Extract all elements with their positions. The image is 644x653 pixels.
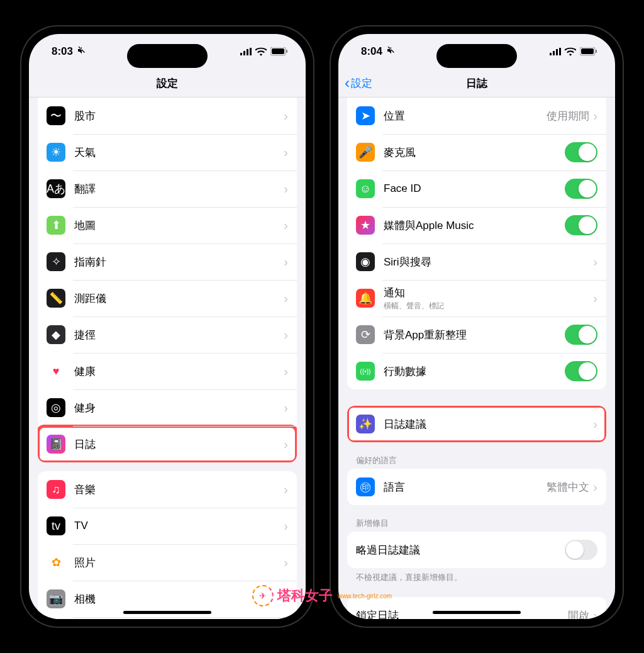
chevron-right-icon: ›	[284, 555, 288, 570]
row-notification-icon[interactable]: 🔔通知橫幅、聲音、標記›	[347, 280, 606, 316]
phone-right: 8:04 ‹ 設定 日誌 ➤位置使用期間›🎤麥克風☺︎Face ID★媒體與Ap…	[330, 25, 624, 628]
language-icon: ㊞	[356, 477, 375, 496]
watermark: ✈ 塔科女子 www.tech-girlz.com	[252, 585, 392, 606]
row-label: 位置	[384, 109, 547, 123]
wifi-icon	[255, 47, 267, 56]
row-mic-icon[interactable]: 🎤麥克風	[347, 134, 606, 170]
row-suggestions-icon[interactable]: ✨日誌建議›	[347, 406, 606, 442]
status-time: 8:03	[52, 45, 73, 58]
row-measure-icon[interactable]: 📏測距儀›	[38, 280, 297, 316]
section-header-language: 偏好的語言	[356, 455, 597, 466]
svg-rect-10	[559, 48, 561, 55]
row-photos-icon[interactable]: ✿照片›	[38, 544, 297, 581]
chevron-right-icon: ›	[593, 480, 597, 494]
row-maps-icon[interactable]: ⬆︎地圖›	[38, 207, 297, 243]
row-label: 通知	[384, 286, 593, 300]
row-label: 測距儀	[74, 291, 284, 306]
row-shortcuts-icon[interactable]: ◆捷徑›	[38, 316, 297, 353]
mute-icon	[386, 45, 396, 59]
home-indicator[interactable]	[123, 611, 211, 614]
chevron-left-icon: ‹	[345, 74, 350, 92]
chevron-right-icon: ›	[284, 145, 288, 160]
row-fitness-icon[interactable]: ◎健身›	[38, 389, 297, 426]
toggle[interactable]	[565, 361, 597, 381]
svg-rect-2	[247, 49, 248, 55]
svg-rect-13	[596, 50, 597, 53]
row-health-icon[interactable]: ♥健康›	[38, 353, 297, 389]
svg-rect-8	[553, 51, 555, 55]
maps-icon: ⬆︎	[47, 216, 65, 235]
screen-left: 8:03 設定 〜股市›☀︎天氣›Aあ翻譯›⬆︎地圖›✧指南針›📏測距儀›◆捷徑…	[29, 34, 306, 619]
photos-icon: ✿	[47, 553, 65, 572]
home-indicator[interactable]	[433, 611, 521, 614]
nav-bar: ‹ 設定 日誌	[338, 69, 615, 98]
settings-list[interactable]: 〜股市›☀︎天氣›Aあ翻譯›⬆︎地圖›✧指南針›📏測距儀›◆捷徑›♥健康›◎健身…	[29, 98, 306, 619]
toggle[interactable]	[565, 325, 597, 345]
cellular-icon	[240, 48, 252, 55]
svg-rect-0	[240, 53, 242, 55]
row-sublabel: 橫幅、聲音、標記	[384, 301, 593, 311]
watermark-url: www.tech-girlz.com	[338, 593, 392, 600]
row-location-icon[interactable]: ➤位置使用期間›	[347, 98, 606, 134]
row-translate-icon[interactable]: Aあ翻譯›	[38, 170, 297, 207]
toggle[interactable]	[565, 215, 597, 235]
row-label: 地圖	[74, 218, 284, 233]
row-item[interactable]: 略過日誌建議	[347, 532, 606, 568]
chevron-right-icon: ›	[593, 608, 597, 620]
journal-settings-list[interactable]: ➤位置使用期間›🎤麥克風☺︎Face ID★媒體與Apple Music◉Sir…	[338, 98, 615, 619]
toggle[interactable]	[565, 179, 597, 199]
chevron-right-icon: ›	[284, 182, 288, 196]
screen-right: 8:04 ‹ 設定 日誌 ➤位置使用期間›🎤麥克風☺︎Face ID★媒體與Ap…	[338, 34, 615, 619]
row-label: 語言	[384, 480, 547, 494]
chevron-right-icon: ›	[284, 401, 288, 415]
music-icon: ♫	[47, 480, 65, 499]
chevron-right-icon: ›	[284, 483, 288, 497]
location-icon: ➤	[356, 106, 375, 125]
row-journal-icon[interactable]: 📓日誌›	[38, 426, 297, 462]
row-siri-icon[interactable]: ◉Siri與搜尋›	[347, 243, 606, 280]
row-stocks-icon[interactable]: 〜股市›	[38, 98, 297, 134]
row-label: 健康	[74, 364, 284, 379]
watermark-icon: ✈	[252, 585, 274, 606]
row-books-icon[interactable]: ▥書籍›	[38, 617, 297, 619]
row-label: 略過日誌建議	[356, 543, 565, 557]
row-label: 照片	[74, 555, 284, 570]
row-weather-icon[interactable]: ☀︎天氣›	[38, 134, 297, 170]
toggle[interactable]	[565, 142, 597, 162]
row-detail: 繁體中文	[547, 480, 589, 494]
back-button[interactable]: ‹ 設定	[345, 74, 372, 92]
row-label: 指南針	[74, 255, 284, 269]
row-label: 音樂	[74, 483, 284, 497]
row-label: 日誌	[74, 437, 284, 452]
svg-rect-6	[286, 50, 287, 53]
page-title: 設定	[157, 76, 178, 91]
chevron-right-icon: ›	[284, 255, 288, 269]
tv-icon: tv	[47, 516, 65, 535]
chevron-right-icon: ›	[593, 109, 597, 123]
translate-icon: Aあ	[47, 179, 65, 198]
camera-icon: 📷	[47, 589, 65, 608]
row-media-icon[interactable]: ★媒體與Apple Music	[347, 207, 606, 243]
battery-icon	[580, 47, 597, 56]
wifi-icon	[565, 47, 576, 56]
chevron-right-icon: ›	[284, 437, 288, 452]
row-label: Face ID	[384, 182, 565, 195]
footer-note: 不檢視建議，直接新增條目。	[356, 572, 597, 583]
row-label: 捷徑	[74, 328, 284, 342]
row-refresh-icon[interactable]: ⟳背景App重新整理	[347, 316, 606, 353]
toggle[interactable]	[565, 540, 597, 560]
watermark-brand: 塔科女子	[277, 586, 333, 605]
media-icon: ★	[356, 216, 375, 235]
row-tv-icon[interactable]: tvTV›	[38, 508, 297, 544]
row-compass-icon[interactable]: ✧指南針›	[38, 243, 297, 280]
mic-icon: 🎤	[356, 143, 375, 162]
health-icon: ♥	[47, 362, 65, 381]
row-label: 翻譯	[74, 182, 284, 196]
row-language-icon[interactable]: ㊞語言繁體中文›	[347, 469, 606, 505]
chevron-right-icon: ›	[284, 109, 288, 123]
faceid-icon: ☺︎	[356, 179, 375, 198]
row-faceid-icon[interactable]: ☺︎Face ID	[347, 170, 606, 207]
row-cellular-icon[interactable]: ((•))行動數據	[347, 353, 606, 389]
cellular-icon	[550, 48, 561, 55]
row-music-icon[interactable]: ♫音樂›	[38, 471, 297, 508]
